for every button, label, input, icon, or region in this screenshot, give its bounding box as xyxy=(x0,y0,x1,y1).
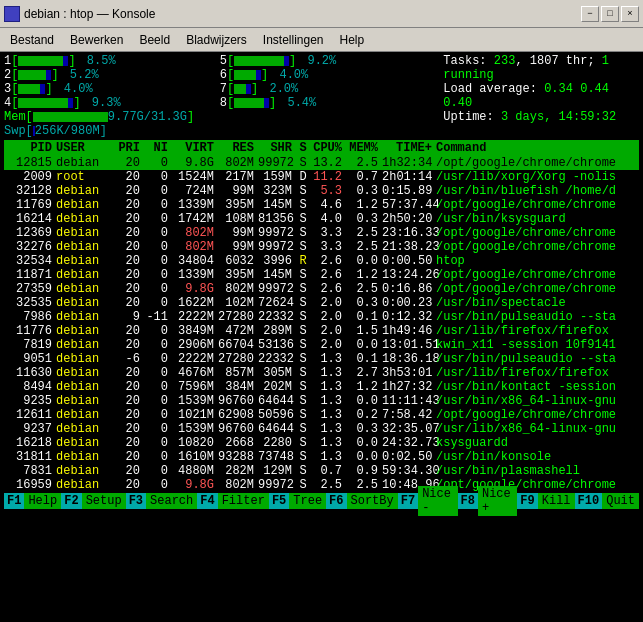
table-row[interactable]: 12611 debian 20 0 1021M 62908 50596 S 1.… xyxy=(4,408,639,422)
footer-key-f7[interactable]: F7Nice - xyxy=(398,486,458,516)
key-label: F8 xyxy=(458,493,478,509)
table-row[interactable]: 11776 debian 20 0 3849M 472M 289M S 2.0 … xyxy=(4,324,639,338)
footer-key-f5[interactable]: F5Tree xyxy=(269,493,326,509)
table-row[interactable]: 27359 debian 20 0 9.8G 802M 99972 S 2.6 … xyxy=(4,282,639,296)
proc-time: 0:00.23 xyxy=(382,296,436,310)
proc-virt: 9.8G xyxy=(172,156,218,170)
terminal[interactable]: 1[] 8.5%2[] 5.2%3[] 4.0%4[] 9.3%Mem[9.77… xyxy=(0,52,643,622)
footer-key-f3[interactable]: F3Search xyxy=(126,493,198,509)
table-row[interactable]: 32276 debian 20 0 802M 99M 99972 S 3.3 2… xyxy=(4,240,639,254)
table-row[interactable]: 16214 debian 20 0 1742M 108M 81356 S 4.0… xyxy=(4,212,639,226)
table-row[interactable]: 7831 debian 20 0 4880M 282M 129M S 0.7 0… xyxy=(4,464,639,478)
proc-virt: 4880M xyxy=(172,464,218,478)
proc-shr: 72624 xyxy=(258,296,296,310)
proc-time: 18:36.18 xyxy=(382,352,436,366)
proc-time: 24:32.73 xyxy=(382,436,436,450)
menu-item-bladwijzers[interactable]: Bladwijzers xyxy=(178,31,255,49)
table-row[interactable]: 11769 debian 20 0 1339M 395M 145M S 4.6 … xyxy=(4,198,639,212)
minimize-button[interactable]: − xyxy=(581,6,599,22)
proc-time: 3h53:01 xyxy=(382,366,436,380)
table-row[interactable]: 7819 debian 20 0 2906M 66704 53136 S 2.0… xyxy=(4,338,639,352)
proc-ni: 0 xyxy=(144,366,172,380)
proc-cmd: /opt/google/chrome/chrome xyxy=(436,226,639,240)
header-cpu: CPU% xyxy=(310,141,346,155)
table-row[interactable]: 32535 debian 20 0 1622M 102M 72624 S 2.0… xyxy=(4,296,639,310)
proc-virt: 4676M xyxy=(172,366,218,380)
proc-virt: 1539M xyxy=(172,394,218,408)
proc-ni: 0 xyxy=(144,436,172,450)
footer-key-f4[interactable]: F4Filter xyxy=(197,493,269,509)
table-row[interactable]: 11871 debian 20 0 1339M 395M 145M S 2.6 … xyxy=(4,268,639,282)
proc-time: 13:01.51 xyxy=(382,338,436,352)
proc-cmd: kwin_x11 -session 10f9141 xyxy=(436,338,639,352)
proc-shr: 99972 xyxy=(258,226,296,240)
proc-ni: 0 xyxy=(144,422,172,436)
table-row[interactable]: 9237 debian 20 0 1539M 96760 64644 S 1.3… xyxy=(4,422,639,436)
menu-item-bestand[interactable]: Bestand xyxy=(2,31,62,49)
proc-shr: 323M xyxy=(258,184,296,198)
proc-res: 27280 xyxy=(218,352,258,366)
footer-key-f2[interactable]: F2Setup xyxy=(61,493,125,509)
proc-ni: 0 xyxy=(144,394,172,408)
proc-shr: 99972 xyxy=(258,478,296,492)
table-row[interactable]: 11630 debian 20 0 4676M 857M 305M S 1.3 … xyxy=(4,366,639,380)
proc-time: 0:15.89 xyxy=(382,184,436,198)
menu-item-instellingen[interactable]: Instellingen xyxy=(255,31,332,49)
task-summary-col: Tasks: 233, 1807 thr; 1 running Load ave… xyxy=(435,54,639,138)
close-button[interactable]: × xyxy=(621,6,639,22)
proc-pri: 20 xyxy=(116,156,144,170)
key-label: F2 xyxy=(61,493,81,509)
proc-cpu: 2.0 xyxy=(310,324,346,338)
proc-ni: 0 xyxy=(144,338,172,352)
footer-key-f1[interactable]: F1Help xyxy=(4,493,61,509)
proc-cpu: 2.6 xyxy=(310,268,346,282)
proc-time: 23:16.33 xyxy=(382,226,436,240)
key-action: Tree xyxy=(289,493,326,509)
proc-s: S xyxy=(296,268,310,282)
footer-key-f8[interactable]: F8Nice + xyxy=(458,486,518,516)
key-action: Quit xyxy=(602,493,639,509)
cpu-left-col: 1[] 8.5%2[] 5.2%3[] 4.0%4[] 9.3%Mem[9.77… xyxy=(4,54,200,138)
table-row[interactable]: 8494 debian 20 0 7596M 384M 202M S 1.3 1… xyxy=(4,380,639,394)
proc-cmd: /usr/lib/firefox/firefox xyxy=(436,324,639,338)
table-row[interactable]: 32534 debian 20 0 34804 6032 3996 R 2.6 … xyxy=(4,254,639,268)
proc-cmd: /opt/google/chrome/chrome xyxy=(436,282,639,296)
footer-key-f10[interactable]: F10Quit xyxy=(575,493,639,509)
proc-shr: 64644 xyxy=(258,394,296,408)
proc-cmd: /usr/lib/xorg/Xorg -nolis xyxy=(436,170,639,184)
table-row[interactable]: 32128 debian 20 0 724M 99M 323M S 5.3 0.… xyxy=(4,184,639,198)
proc-cpu: 1.3 xyxy=(310,450,346,464)
cpu-bar-7: 7[] 2.0% xyxy=(220,82,416,96)
proc-res: 472M xyxy=(218,324,258,338)
proc-mem: 2.5 xyxy=(346,478,382,492)
proc-shr: 53136 xyxy=(258,338,296,352)
table-row[interactable]: 31811 debian 20 0 1610M 93288 73748 S 1.… xyxy=(4,450,639,464)
menu-item-bewerken[interactable]: Bewerken xyxy=(62,31,131,49)
table-row[interactable]: 2009 root 20 0 1524M 217M 159M D 11.2 0.… xyxy=(4,170,639,184)
footer-key-f9[interactable]: F9Kill xyxy=(517,493,574,509)
table-row[interactable]: 16218 debian 20 0 10820 2668 2280 S 1.3 … xyxy=(4,436,639,450)
table-row[interactable]: 12369 debian 20 0 802M 99M 99972 S 3.3 2… xyxy=(4,226,639,240)
table-row[interactable]: 9235 debian 20 0 1539M 96760 64644 S 1.3… xyxy=(4,394,639,408)
proc-virt: 3849M xyxy=(172,324,218,338)
proc-shr: 50596 xyxy=(258,408,296,422)
table-row[interactable]: 16959 debian 20 0 9.8G 802M 99972 S 2.5 … xyxy=(4,478,639,492)
proc-user: debian xyxy=(56,422,116,436)
proc-res: 66704 xyxy=(218,338,258,352)
maximize-button[interactable]: □ xyxy=(601,6,619,22)
proc-time: 2h50:20 xyxy=(382,212,436,226)
table-row[interactable]: 7986 debian 9 -11 2222M 27280 22332 S 2.… xyxy=(4,310,639,324)
table-row[interactable]: 9051 debian -6 0 2222M 27280 22332 S 1.3… xyxy=(4,352,639,366)
proc-pri: 20 xyxy=(116,170,144,184)
proc-cpu: 3.3 xyxy=(310,226,346,240)
footer-key-f6[interactable]: F6SortBy xyxy=(326,493,398,509)
menu-item-help[interactable]: Help xyxy=(332,31,373,49)
table-header: PID USER PRI NI VIRT RES SHR S CPU% MEM%… xyxy=(4,140,639,156)
proc-virt: 1339M xyxy=(172,198,218,212)
menu-item-beeld[interactable]: Beeld xyxy=(131,31,178,49)
proc-ni: 0 xyxy=(144,408,172,422)
proc-ni: 0 xyxy=(144,324,172,338)
table-row[interactable]: 12815 debian 20 0 9.8G 802M 99972 S 13.2… xyxy=(4,156,639,170)
proc-cmd: /usr/bin/pulseaudio --sta xyxy=(436,310,639,324)
proc-res: 2668 xyxy=(218,436,258,450)
